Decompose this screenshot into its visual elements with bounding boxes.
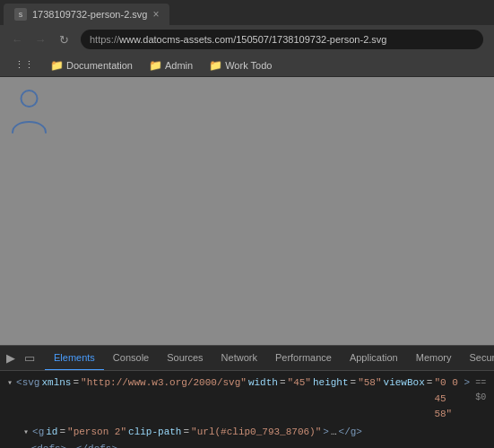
- code-xmlns-attr: xmlns: [41, 375, 71, 392]
- tab-application[interactable]: Application: [341, 346, 407, 371]
- code-line-2[interactable]: ▾ <g id="person 2" clip-path="url(#clip0…: [7, 424, 487, 442]
- tab-favicon: s: [14, 8, 27, 21]
- bookmark-label: Documentation: [66, 60, 133, 71]
- code-clip-attr: clip-path: [128, 425, 181, 441]
- code-eq-6: =: [183, 425, 189, 441]
- active-tab[interactable]: s 1738109732-person-2.svg ×: [4, 4, 169, 25]
- code-viewbox-attr: viewBox: [384, 375, 425, 392]
- devtools-tabs: ▶ ▭ Elements Console Sources Network Per…: [0, 346, 494, 371]
- main-content: [0, 77, 494, 345]
- tab-elements[interactable]: Elements: [45, 346, 104, 371]
- code-eq-2: =: [280, 375, 286, 392]
- tab-memory[interactable]: Memory: [407, 346, 461, 371]
- tab-title: 1738109732-person-2.svg: [32, 9, 147, 20]
- folder-icon: 📁: [50, 59, 63, 72]
- tab-close-button[interactable]: ×: [152, 8, 159, 21]
- code-ellipsis-1: …: [331, 425, 337, 441]
- devtools-panel: ▶ ▭ Elements Console Sources Network Per…: [0, 345, 494, 448]
- svg-point-2: [22, 90, 38, 107]
- code-g-id-attr: id: [46, 425, 57, 441]
- code-fill-attr: >: [464, 375, 471, 392]
- url-domain: www.datocms-assets.com/150507/1738109732…: [119, 34, 386, 45]
- folder-icon-2: 📁: [149, 59, 161, 72]
- folder-icon-3: 📁: [209, 59, 221, 72]
- navigation-bar: ← → ↻ https://www.datocms-assets.com/150…: [0, 25, 494, 54]
- code-width-val: "45": [288, 375, 311, 392]
- code-viewbox-val: "0 0 45 58": [434, 375, 462, 423]
- code-defs-close: </defs>: [76, 442, 117, 448]
- back-button[interactable]: ←: [7, 30, 27, 49]
- address-bar[interactable]: https://www.datocms-assets.com/150507/17…: [81, 30, 483, 49]
- code-clip-val: "url(#clip0_793_8706)": [191, 425, 321, 441]
- code-space: [23, 442, 30, 448]
- svg-preview: [9, 86, 49, 142]
- devtools-code-content: ▾ <svg xmlns="http://www.w3.org/2000/svg…: [0, 371, 494, 448]
- tab-performance[interactable]: Performance: [266, 346, 341, 371]
- code-line-3[interactable]: <defs>…</defs>: [7, 441, 487, 448]
- apps-icon: ⋮⋮: [14, 59, 34, 71]
- forward-button[interactable]: →: [30, 30, 50, 49]
- code-eq-4: =: [427, 375, 433, 392]
- code-eq-5: =: [59, 425, 65, 441]
- tab-bar: s 1738109732-person-2.svg ×: [0, 0, 494, 25]
- inspect-icon[interactable]: ▶: [4, 349, 18, 366]
- url-text: https://www.datocms-assets.com/150507/17…: [90, 34, 386, 45]
- bookmark-work-todo[interactable]: 📁 Work Todo: [202, 57, 279, 73]
- code-svg-open-tag: <svg: [16, 375, 39, 392]
- bookmark-label-3: Work Todo: [225, 60, 272, 71]
- code-height-attr: height: [313, 375, 349, 392]
- bookmark-label-2: Admin: [165, 60, 193, 71]
- svg-text:s: s: [19, 10, 23, 19]
- code-g-close-bracket: >: [323, 425, 329, 441]
- url-protocol: https://: [90, 34, 119, 45]
- bookmark-documentation[interactable]: 📁 Documentation: [43, 57, 140, 73]
- code-width-attr: width: [248, 375, 278, 392]
- tab-security[interactable]: Security: [460, 346, 494, 371]
- reload-button[interactable]: ↻: [54, 30, 74, 49]
- code-line-1[interactable]: ▾ <svg xmlns="http://www.w3.org/2000/svg…: [7, 375, 487, 424]
- tab-network[interactable]: Network: [212, 346, 266, 371]
- bookmarks-bar: ⋮⋮ 📁 Documentation 📁 Admin 📁 Work Todo: [0, 54, 494, 77]
- code-eq-1: =: [73, 375, 79, 392]
- collapse-arrow-1: ▾: [7, 376, 13, 391]
- code-g-open: <g: [32, 425, 44, 441]
- code-g-id-val: "person 2": [67, 425, 126, 441]
- code-height-val: "58": [358, 375, 381, 392]
- code-g-close-tag: </g>: [339, 425, 362, 441]
- collapse-arrow-2: ▾: [23, 426, 29, 440]
- code-ellipsis-2: …: [68, 442, 74, 448]
- bookmark-admin[interactable]: 📁 Admin: [142, 57, 200, 73]
- tab-sources[interactable]: Sources: [158, 346, 212, 371]
- code-eq-3: =: [351, 375, 357, 392]
- code-dom-marker: == $0: [475, 376, 487, 405]
- code-defs-open: <defs>: [31, 442, 67, 448]
- device-icon[interactable]: ▭: [22, 349, 38, 366]
- devtools-icon-bar: ▶ ▭: [4, 349, 38, 366]
- bookmark-apps-icon[interactable]: ⋮⋮: [7, 57, 41, 73]
- code-xmlns-val: "http://www.w3.org/2000/svg": [81, 375, 247, 392]
- tab-console[interactable]: Console: [104, 346, 158, 371]
